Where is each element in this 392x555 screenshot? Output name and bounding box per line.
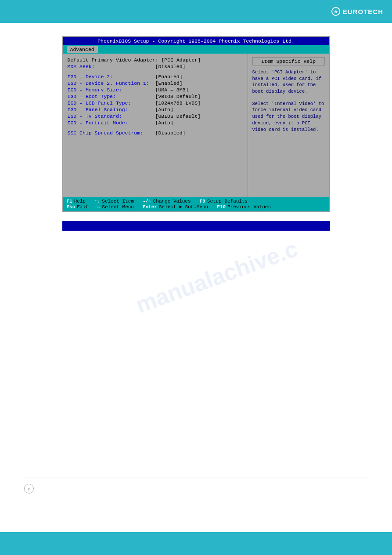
bios-row-mda: MDA Seek: [Disabled] — [68, 64, 243, 69]
row-label-igd-boot: IGD - Boot Type: — [68, 94, 155, 99]
bios-row-ssc: SSC Chip Spread Spectrum: [Disabled] — [68, 130, 243, 136]
row-value-igd-panel: [Auto] — [155, 107, 173, 112]
key-enter: Enter — [143, 204, 157, 210]
footer-exit: Esc Exit — [67, 204, 89, 210]
bios-footer-row1: F1 Help ↑↓ Select Item -/+ Change Values… — [67, 199, 326, 204]
desc-select-item: Select Item — [102, 199, 134, 204]
desc-prev-values: Previous Values — [227, 204, 271, 210]
row-label-igd-dev2: IGD - Device 2: — [68, 74, 155, 80]
help-text-2: Select 'Internal Video' to force interna… — [252, 101, 325, 133]
row-label-ssc: SSC Chip Spread Spectrum: — [68, 130, 155, 136]
row-label-igd-portrait: IGD - Portrait Mode: — [68, 120, 155, 126]
row-label-igd-dev2-fn1: IGD - Device 2. Function 1: — [68, 80, 155, 86]
blue-bar-below-bios — [62, 221, 330, 231]
bios-tab-advanced[interactable]: Advanced — [67, 46, 98, 53]
bios-screen: PhoenixBIOS Setup - Copyright 1985-2004 … — [62, 36, 330, 212]
bios-footer: F1 Help ↑↓ Select Item -/+ Change Values… — [63, 197, 329, 211]
bios-row-igd-tv: IGD - TV Standard: [UBIOS Default] — [68, 113, 243, 119]
left-spacer — [68, 137, 243, 194]
row-value-mda: [Disabled] — [155, 64, 186, 69]
row-label-default: Default Primary Video Adapter: — [68, 57, 162, 63]
bios-left-panel: Default Primary Video Adapter: [PCI Adap… — [63, 54, 248, 197]
row-value-igd-mem: [UMA = 8MB] — [155, 87, 189, 93]
footer-select-menu: ↔ Select Menu — [97, 204, 134, 210]
gap-1 — [68, 70, 243, 74]
bottom-divider-line — [24, 478, 368, 478]
row-value-igd-dev2: [Enabled] — [155, 74, 183, 80]
page-number-area: c — [24, 484, 34, 493]
footer-help: F1 Help — [67, 199, 86, 204]
desc-select-menu: Select Menu — [102, 204, 134, 210]
bios-row-igd-mem: IGD - Memory Size: [UMA = 8MB] — [68, 87, 243, 93]
bios-body: Default Primary Video Adapter: [PCI Adap… — [63, 54, 329, 197]
row-label-mda: MDA Seek: — [68, 64, 155, 69]
row-value-default: [PCI Adapter] — [161, 57, 201, 63]
footer-setup-defaults: F9 Setup Defaults — [200, 199, 248, 204]
bios-row-igd-panel: IGD - Panel Scaling: [Auto] — [68, 107, 243, 112]
key-f1: F1 — [67, 199, 72, 204]
row-label-igd-panel: IGD - Panel Scaling: — [68, 107, 155, 112]
bios-row-igd-dev2-fn1: IGD - Device 2. Function 1: [Enabled] — [68, 80, 243, 86]
logo-icon: e — [331, 7, 340, 16]
bottom-bar — [0, 532, 392, 555]
page-number-circle: c — [24, 484, 34, 493]
key-arrows: ↑↓ — [94, 199, 100, 204]
bios-row-igd-boot: IGD - Boot Type: [VBIOS Default] — [68, 94, 243, 99]
top-bar: e EUROTECH — [0, 0, 392, 23]
footer-prev-values: F10 Previous Values — [217, 204, 271, 210]
bios-tab-bar: Advanced — [63, 45, 329, 54]
desc-change-values: Change Values — [153, 199, 191, 204]
bios-row-igd-dev2: IGD - Device 2: [Enabled] — [68, 74, 243, 80]
main-content: PhoenixBIOS Setup - Copyright 1985-2004 … — [0, 23, 392, 239]
help-text-1: Select 'PCI Adapter' to have a PCI video… — [252, 69, 325, 95]
footer-enter-submenu: Enter Select ► Sub-Menu — [143, 204, 208, 210]
bios-row-default-primary: Default Primary Video Adapter: [PCI Adap… — [68, 57, 243, 63]
bios-right-panel: Item Specific Help Select 'PCI Adapter' … — [248, 54, 329, 197]
bios-title: PhoenixBIOS Setup - Copyright 1985-2004 … — [97, 38, 295, 44]
desc-exit: Exit — [77, 204, 88, 210]
watermark: manualachive.c — [132, 236, 301, 319]
key-esc: Esc — [67, 204, 76, 210]
row-value-igd-portrait: [Auto] — [155, 120, 173, 126]
logo-text: EUROTECH — [343, 8, 383, 15]
desc-help: Help — [74, 199, 86, 204]
key-f9: F9 — [200, 199, 205, 204]
logo-area: e EUROTECH — [331, 7, 383, 16]
row-value-igd-dev2-fn1: [Enabled] — [155, 80, 183, 86]
row-value-igd-tv: [UBIOS Default] — [155, 113, 201, 119]
row-value-igd-boot: [VBIOS Default] — [155, 94, 201, 99]
bios-row-igd-portrait: IGD - Portrait Mode: [Auto] — [68, 120, 243, 126]
row-label-igd-lcd: IGD - LCD Panel Type: — [68, 100, 155, 106]
bios-footer-row2: Esc Exit ↔ Select Menu Enter Select ► Su… — [67, 204, 326, 210]
gap-2 — [68, 127, 243, 130]
row-label-igd-tv: IGD - TV Standard: — [68, 113, 155, 119]
key-lr-arrows: ↔ — [97, 204, 101, 210]
bios-title-bar: PhoenixBIOS Setup - Copyright 1985-2004 … — [63, 37, 329, 45]
row-value-ssc: [Disabled] — [155, 130, 186, 136]
key-plus-minus: -/+ — [143, 199, 151, 204]
row-label-igd-mem: IGD - Memory Size: — [68, 87, 155, 93]
row-value-igd-lcd: [1024x768 LVDS] — [155, 100, 201, 106]
bios-row-igd-lcd: IGD - LCD Panel Type: [1024x768 LVDS] — [68, 100, 243, 106]
footer-select-item: ↑↓ Select Item — [94, 199, 134, 204]
footer-change-values: -/+ Change Values — [143, 199, 191, 204]
help-title: Item Specific Help — [252, 57, 325, 65]
desc-setup-defaults: Setup Defaults — [207, 199, 248, 204]
key-f10: F10 — [217, 204, 226, 210]
desc-enter-submenu: Select ► Sub-Menu — [159, 204, 208, 210]
